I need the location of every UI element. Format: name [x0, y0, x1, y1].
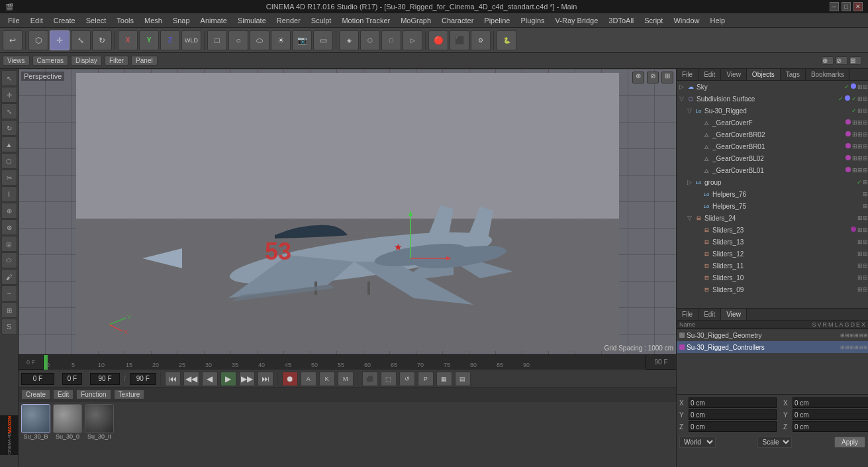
obj-row-sliders11[interactable]: ⊟ Sliders_11 ⊞⊞ — [677, 260, 868, 272]
obj-row-sliders09[interactable]: ⊟ Sliders_09 ⊞⊞ — [677, 284, 868, 295]
coord-z-pos[interactable] — [689, 421, 777, 432]
obj-row-gcbr02[interactable]: △ _GearCoverBR02 ⊞⊞⊞ — [677, 129, 868, 140]
mat-edit-button[interactable]: Edit — [53, 389, 73, 399]
viewport-action-2[interactable]: ⊘ — [836, 56, 847, 65]
viewport-ctrl-3[interactable]: ⊞ — [661, 72, 673, 83]
z-axis-button[interactable]: Z — [160, 30, 180, 50]
select-tool[interactable]: ↖ — [1, 70, 17, 86]
obj-row-gcbl02[interactable]: △ _GearCoverBL02 ⊞⊞⊞ — [677, 152, 868, 164]
scale-tool-button[interactable]: ⤡ — [71, 30, 91, 50]
joint-tool[interactable]: ⊞ — [1, 302, 17, 318]
material-item-su30b[interactable]: Su_30_B — [21, 404, 50, 440]
record-button[interactable]: ⏺ — [282, 372, 298, 386]
render-settings-button[interactable]: ⚙ — [471, 30, 491, 50]
menu-item-animate[interactable]: Animate — [195, 15, 232, 26]
y-axis-button[interactable]: Y — [139, 30, 159, 50]
view-right-button[interactable]: ▷ — [403, 30, 422, 50]
obj-row-gcbl01[interactable]: △ _GearCoverBL01 ⊞⊞⊞ — [677, 164, 868, 176]
x-axis-button[interactable]: X — [118, 30, 138, 50]
obj-row-gcbr01[interactable]: △ _GearCoverBR01 ⊞⊞⊞ — [677, 140, 868, 152]
step-back-button[interactable]: ◀ — [202, 372, 218, 386]
viewport-action-3[interactable]: ⊞ — [849, 56, 861, 65]
obj-row-su30[interactable]: ▽ Lo Su-30_Rigged ✓ ⊞⊞ — [677, 105, 868, 117]
cameras-button[interactable]: Cameras — [32, 56, 69, 66]
render-all-button[interactable]: ⬛ — [450, 30, 469, 50]
coord-h-pos[interactable] — [793, 397, 868, 408]
vis-check[interactable]: ✓ — [857, 179, 862, 185]
frame-end-field[interactable] — [90, 373, 120, 385]
timeline-btn6[interactable]: ▤ — [455, 372, 471, 386]
world-select[interactable]: World Object — [679, 437, 716, 448]
skip-to-start-button[interactable]: ⏮ — [165, 372, 181, 386]
tab-objects[interactable]: Objects — [747, 69, 781, 80]
menu-item-script[interactable]: Script — [639, 15, 668, 26]
obj-row-helpers76[interactable]: Lo Helpers_76 ⊞ — [677, 188, 868, 200]
attr-tab-view[interactable]: View — [721, 309, 747, 320]
obj-row-group[interactable]: ▷ Lo group ✓ ⊞ — [677, 176, 868, 188]
extrude-tool[interactable]: ▲ — [1, 136, 17, 152]
apply-button[interactable]: Apply — [834, 437, 865, 448]
mat-create-button[interactable]: Create — [21, 389, 50, 399]
attr-tab-edit[interactable]: Edit — [699, 309, 721, 320]
tab-view[interactable]: View — [721, 69, 747, 80]
move-tool[interactable]: ✛ — [1, 87, 17, 103]
mode-objects-button[interactable]: ⬡ — [28, 30, 48, 50]
material-item-su30-0[interactable]: Su_30_0 — [53, 404, 82, 440]
menu-item-snap[interactable]: Snap — [168, 15, 195, 26]
views-button[interactable]: Views — [3, 56, 30, 66]
menu-item-help[interactable]: Help — [705, 15, 731, 26]
sculpt-tool[interactable]: ⬭ — [1, 252, 17, 268]
current-frame-field[interactable] — [21, 373, 54, 385]
light-button[interactable]: ☀ — [271, 30, 291, 50]
menu-item-window[interactable]: Window — [668, 15, 704, 26]
viewport-action-1[interactable]: ⊕ — [822, 56, 834, 65]
coord-y-pos[interactable] — [689, 409, 777, 420]
menu-item-motion tracker[interactable]: Motion Tracker — [336, 15, 395, 26]
twist-tool[interactable]: S — [1, 319, 17, 335]
step-forward-button[interactable]: ▶▶ — [239, 372, 255, 386]
world-axis-button[interactable]: WLD — [181, 30, 201, 50]
poly-tool[interactable]: ⬡ — [1, 153, 17, 169]
menu-item-mograph[interactable]: MoGraph — [395, 15, 436, 26]
bridge-tool[interactable]: ⌇ — [1, 186, 17, 202]
menu-item-select[interactable]: Select — [81, 15, 112, 26]
obj-row-sliders10[interactable]: ⊟ Sliders_10 ⊞⊞ — [677, 272, 868, 284]
soft-select-tool[interactable]: ◎ — [1, 236, 17, 252]
scale-select[interactable]: Scale — [757, 437, 792, 448]
sphere-button[interactable]: ○ — [228, 30, 248, 50]
auto-key-button[interactable]: A — [301, 372, 316, 386]
timeline-btn4[interactable]: P — [418, 372, 434, 386]
loop-tool[interactable]: ⊕ — [1, 203, 17, 219]
python-button[interactable]: 🐍 — [497, 30, 516, 50]
menu-item-tools[interactable]: Tools — [111, 15, 139, 26]
magnet-tool[interactable]: ⊗ — [1, 219, 17, 235]
camera-button[interactable]: 📷 — [292, 30, 312, 50]
maximize-button[interactable]: □ — [842, 2, 851, 11]
obj-row-gearcoverf[interactable]: △ _GearCoverF ⊞⊞⊞ — [677, 117, 868, 129]
menu-item-mesh[interactable]: Mesh — [139, 15, 168, 26]
skip-to-end-button[interactable]: ⏭ — [258, 372, 273, 386]
tab-tags[interactable]: Tags — [781, 69, 806, 80]
coord-p-pos[interactable] — [793, 409, 868, 420]
material-item-su30-ii[interactable]: Su_30_II — [85, 404, 114, 440]
view-persp-button[interactable]: ⬡ — [360, 30, 380, 50]
timeline-ruler[interactable]: 0 5 10 15 20 25 30 35 40 45 50 55 60 65 … — [44, 355, 646, 370]
vis-check[interactable]: ✓ — [851, 107, 857, 114]
view-front-button[interactable]: □ — [381, 30, 401, 50]
view-iso-button[interactable]: ◈ — [339, 30, 359, 50]
attr-row-controllers[interactable]: Su-30_Rigged_Controllers ⊞⊞⊞⊞⊞⊞ — [677, 341, 868, 353]
scale-tool[interactable]: ⤡ — [1, 103, 17, 119]
obj-row-helpers75[interactable]: Lo Helpers_75 ⊞ — [677, 200, 868, 212]
obj-row-subdiv[interactable]: ▽ ⬡ Subdivision Surface ✓ ✓ ⊞⊞ — [677, 93, 868, 105]
cube-button[interactable]: □ — [207, 30, 227, 50]
prev-key-button[interactable]: ◀◀ — [183, 372, 199, 386]
move-tool-button[interactable]: ✛ — [50, 30, 70, 50]
timeline-btn2[interactable]: ⬚ — [381, 372, 397, 386]
menu-item-v-ray bridge[interactable]: V-Ray Bridge — [550, 15, 604, 26]
paint-tool[interactable]: 🖌 — [1, 269, 17, 285]
menu-item-pipeline[interactable]: Pipeline — [479, 15, 515, 26]
panel-button[interactable]: Panel — [131, 56, 158, 66]
attr-row-geometry[interactable]: Su-30_Rigged_Geometry ⊞⊞⊞⊞⊞⊞ — [677, 329, 868, 341]
play-button[interactable]: ▶ — [220, 372, 236, 386]
motion-button[interactable]: M — [338, 372, 354, 386]
